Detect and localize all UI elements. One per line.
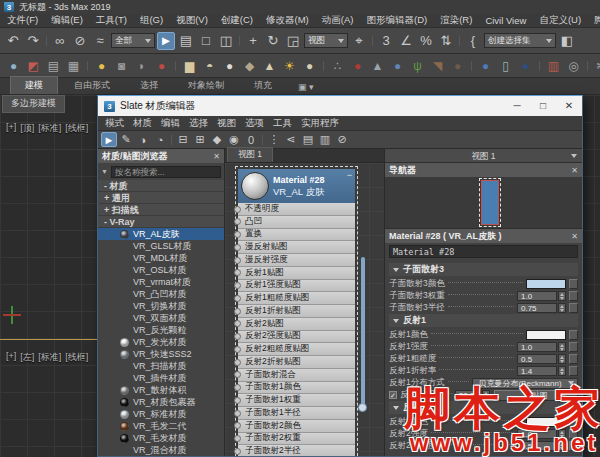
node-slot-row[interactable]: 反射1折射贴图	[238, 305, 355, 318]
material-list-item[interactable]: VR_毛发二代	[98, 420, 224, 432]
select-tool-icon[interactable]: ►	[101, 132, 117, 147]
dome-primitive-icon[interactable]: ◓	[201, 57, 218, 74]
menu-item[interactable]: 工具(T)	[96, 14, 127, 27]
spinner-snap-icon[interactable]: ⇅	[437, 32, 455, 50]
percent-snap-icon[interactable]: %	[417, 32, 435, 50]
node-slot-row[interactable]: 凸凹	[238, 216, 355, 229]
snap-toggle-icon[interactable]: 3	[377, 32, 395, 50]
node-slot-row[interactable]: 子面散射混合	[238, 369, 355, 382]
delete-selection-icon[interactable]: ⊟	[175, 132, 191, 147]
node-slot-row[interactable]: 反射1贴图	[238, 267, 355, 280]
material-list-item[interactable]: VR_OSL材质	[98, 264, 224, 276]
menu-item[interactable]: 图形编辑器(D)	[366, 14, 427, 27]
minimize-button[interactable]: ─	[504, 96, 530, 116]
slot-socket-icon[interactable]	[234, 333, 241, 340]
menu-item[interactable]: 自定义(U)	[539, 14, 581, 27]
box-primitive-icon[interactable]: ▆	[181, 57, 198, 74]
slot-socket-icon[interactable]	[234, 359, 241, 366]
viewport-label-segment[interactable]: [左]	[20, 351, 34, 364]
viewport-splitter[interactable]	[0, 339, 97, 340]
slate-menu-item[interactable]: 编辑	[161, 117, 180, 130]
node-slot-row[interactable]: 反射2粗糙度贴图	[238, 343, 355, 356]
layout-all-icon[interactable]: ⊞	[192, 132, 208, 147]
rollout-header[interactable]: 反射2	[389, 401, 578, 414]
shade-half-icon[interactable]: ◑	[135, 132, 151, 147]
light-icon[interactable]: ●	[93, 57, 110, 74]
sphere-primitive-icon[interactable]: ●	[221, 57, 238, 74]
app-titlebar[interactable]: 3 无标题 - 3ds Max 2019	[0, 0, 600, 14]
slate-menu-item[interactable]: 选项	[245, 117, 264, 130]
angle-snap-icon[interactable]: ∠	[397, 32, 415, 50]
search-input[interactable]: 按名称搜索...	[111, 166, 221, 178]
scatter-icon[interactable]: ∴	[329, 57, 346, 74]
material-list-item[interactable]: VR_反光颗粒	[98, 324, 224, 336]
slot-socket-icon[interactable]	[234, 422, 241, 429]
blue-ball-icon[interactable]: ●	[477, 57, 494, 74]
material-list-item[interactable]: VR_标准材质	[98, 408, 224, 420]
value-field[interactable]: 0.5	[517, 441, 557, 451]
spinner-control[interactable]	[558, 303, 566, 313]
select-object-icon[interactable]: ►	[157, 32, 175, 50]
slot-socket-icon[interactable]	[234, 308, 241, 315]
close-button[interactable]: ✕	[556, 96, 582, 116]
checkbox[interactable]: ✓	[389, 391, 397, 399]
spinner-control[interactable]	[558, 291, 566, 301]
slot-socket-icon[interactable]	[234, 435, 241, 442]
viewport-label-segment[interactable]: [线框]	[65, 122, 88, 135]
material-name-input[interactable]: Material #28	[389, 245, 578, 258]
node-scrollbar[interactable]	[361, 257, 365, 407]
ribbon-tab[interactable]: 填充	[240, 77, 286, 94]
scissors-icon[interactable]: ✂	[593, 57, 600, 74]
material-node[interactable]: Material #28 VR_AL 皮肤 − 不透明度	[238, 169, 355, 456]
material-list-item[interactable]: VR_凸凹材质	[98, 288, 224, 300]
map-slot-button[interactable]	[569, 429, 578, 439]
slot-socket-icon[interactable]	[234, 282, 241, 289]
move-icon[interactable]: +	[244, 32, 262, 50]
rect-select-icon[interactable]: □	[197, 32, 215, 50]
close-icon[interactable]: ✕	[571, 232, 578, 241]
material-list-item[interactable]: VR_切换材质	[98, 300, 224, 312]
maximize-button[interactable]: □	[530, 96, 556, 116]
material-list-item[interactable]: VR_插件材质	[98, 372, 224, 384]
layout-vertical-icon[interactable]: ▤	[300, 132, 316, 147]
select-by-name-icon[interactable]: ▤	[177, 32, 195, 50]
distribution-dropdown[interactable]: 贝克曼分布(Beckmann)	[472, 378, 578, 389]
slot-socket-icon[interactable]	[234, 346, 241, 353]
value-field[interactable]: 1.0	[517, 291, 557, 301]
slot-socket-icon[interactable]	[234, 206, 241, 213]
browser-category-row[interactable]: + 通用	[98, 192, 224, 204]
view-selector-bar[interactable]: 视图 1	[385, 149, 582, 163]
menu-item[interactable]: 文件(F)	[7, 14, 38, 27]
node-slot-row[interactable]: 反射1粗糙度贴图	[238, 292, 355, 305]
bind-spacewarp-icon[interactable]: ≈	[91, 32, 109, 50]
spinner-control[interactable]	[558, 441, 566, 451]
sound-icon[interactable]: ◗	[133, 57, 150, 74]
browser-header[interactable]: 材质/贴图浏览器 ✕	[98, 149, 224, 163]
browser-category-row[interactable]: - 材质	[98, 180, 224, 192]
select-link-icon[interactable]: ∞	[51, 32, 69, 50]
population-icon[interactable]: ▲	[369, 57, 386, 74]
slot-socket-icon[interactable]	[234, 295, 241, 302]
hide-unused-slots-icon[interactable]: ⊘	[334, 132, 350, 147]
rotate-icon[interactable]: ↻	[264, 32, 282, 50]
map-slot-button[interactable]	[569, 441, 578, 451]
value-field[interactable]: 0.75	[517, 303, 557, 313]
container-icon[interactable]: ▥	[545, 57, 562, 74]
menu-item[interactable]: Civil View	[485, 15, 526, 26]
color-swatch[interactable]	[526, 279, 566, 289]
slot-socket-icon[interactable]	[234, 244, 241, 251]
viewport-label-segment[interactable]: [+]	[6, 122, 16, 135]
node-slot-row[interactable]: 子面散射1颜色	[238, 382, 355, 395]
ribbon-tab[interactable]: 对象绘制	[174, 77, 238, 94]
undo-icon[interactable]: ↶	[4, 32, 22, 50]
material-list-item[interactable]: VR_AL皮肤	[98, 228, 224, 240]
value-field[interactable]: 1.4	[517, 366, 557, 376]
slot-socket-icon[interactable]	[234, 231, 241, 238]
ref-coord-dropdown[interactable]: 视图	[304, 33, 348, 48]
node-slot-row[interactable]: 反射2强度贴图	[238, 331, 355, 344]
viewport-label-segment[interactable]: [标准]	[38, 351, 61, 364]
material-list-item[interactable]: VR_材质包裹器	[98, 396, 224, 408]
slate-menu-item[interactable]: 工具	[273, 117, 292, 130]
node-slot-row[interactable]: 漫反射贴图	[238, 241, 355, 254]
node-slot-row[interactable]: 漫反射强度	[238, 254, 355, 267]
